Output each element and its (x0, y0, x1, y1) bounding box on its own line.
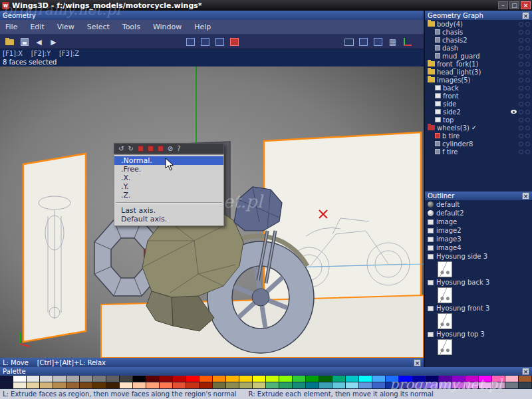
visibility-toggle-icon[interactable] (519, 62, 523, 66)
geometry-item-cylinder8[interactable]: cylinder8 (425, 140, 532, 148)
texture-thumbnail[interactable] (438, 313, 452, 329)
titlebar[interactable]: w Wings3D - f:/wings_models/motorcycle.w… (0, 0, 532, 11)
palette-swatch[interactable] (386, 382, 398, 388)
menu-help[interactable]: Help (193, 22, 212, 32)
outliner-item-hyosung-back-3[interactable]: Hyosung back 3 (425, 278, 532, 287)
palette-swatch[interactable] (133, 382, 146, 388)
help-icon[interactable]: ? (177, 146, 180, 152)
texture-thumbnail[interactable] (438, 261, 452, 277)
lock-toggle-icon[interactable] (525, 142, 530, 146)
palette-swatch[interactable] (226, 382, 239, 388)
palette-swatch[interactable] (426, 382, 438, 388)
palette-swatch[interactable] (0, 376, 13, 382)
menu-file[interactable]: File (4, 22, 19, 32)
palette-swatch[interactable] (186, 376, 199, 382)
geometry-item-f-tire[interactable]: f tire (425, 148, 532, 156)
palette-swatch[interactable] (479, 382, 491, 388)
palette-swatch[interactable] (160, 376, 172, 382)
palette-swatch[interactable] (505, 382, 518, 388)
outliner-header[interactable]: Outliner × (425, 192, 532, 200)
palette-swatch[interactable] (253, 382, 265, 388)
open-file-icon[interactable] (4, 37, 15, 48)
palette-swatch[interactable] (80, 382, 92, 388)
geometry-window-header[interactable]: Geometry (0, 11, 424, 20)
palette-swatch[interactable] (359, 376, 372, 382)
palette-swatch[interactable] (213, 382, 225, 388)
lock-toggle-icon[interactable] (525, 70, 530, 74)
outliner-item-hyosung-top-3[interactable]: Hyosung top 3 (425, 330, 532, 338)
outliner-item-image2[interactable]: image2 (425, 226, 532, 235)
visibility-toggle-icon[interactable] (519, 86, 523, 90)
palette-swatch[interactable] (399, 376, 412, 382)
palette-swatch[interactable] (253, 376, 265, 382)
palette-swatch[interactable] (80, 376, 92, 382)
lock-toggle-icon[interactable] (525, 102, 530, 106)
palette-swatch[interactable] (399, 382, 412, 388)
face-mode-icon[interactable] (214, 37, 225, 48)
lock-toggle-icon[interactable] (525, 62, 530, 66)
geometry-item-front-fork-1-[interactable]: front_fork(1) (425, 60, 532, 68)
body-mode-icon[interactable] (229, 37, 240, 48)
palette-swatch[interactable] (519, 382, 531, 388)
palette-swatch[interactable] (266, 382, 279, 388)
visibility-toggle-icon[interactable] (519, 118, 523, 122)
palette-swatch[interactable] (173, 376, 186, 382)
palette-swatch[interactable] (466, 382, 478, 388)
palette-swatch[interactable] (266, 376, 279, 382)
context-menu-item[interactable]: .Normal. (114, 156, 223, 165)
palette-swatch[interactable] (372, 382, 385, 388)
palette-swatch[interactable] (492, 376, 505, 382)
palette-swatch[interactable] (66, 382, 79, 388)
palette-swatch[interactable] (306, 382, 319, 388)
palette-swatch[interactable] (93, 382, 106, 388)
geometry-item-images-5-[interactable]: images(5) (425, 76, 532, 84)
visibility-toggle-icon[interactable] (519, 142, 523, 146)
lock-toggle-icon[interactable] (525, 134, 530, 138)
geometry-item-back[interactable]: back (425, 84, 532, 92)
palette-swatch[interactable] (452, 376, 465, 382)
palette-swatch[interactable] (492, 382, 505, 388)
palette-swatch[interactable] (412, 376, 425, 382)
visibility-toggle-icon[interactable] (519, 150, 523, 154)
undo-icon[interactable]: ◀ (33, 37, 45, 48)
close-button[interactable]: × (521, 1, 531, 9)
lock-toggle-icon[interactable] (525, 94, 530, 98)
palette-swatch[interactable] (239, 382, 252, 388)
palette-swatch[interactable] (120, 382, 132, 388)
redo-icon[interactable]: ▶ (48, 37, 59, 48)
minimize-button[interactable]: – (498, 1, 508, 9)
palette-swatch[interactable] (27, 382, 39, 388)
context-menu-item[interactable]: Default axis. (114, 215, 223, 223)
eye-icon[interactable] (511, 110, 517, 114)
outliner-item-hyosung-side-3[interactable]: Hyosung side 3 (425, 252, 532, 261)
context-menu-item[interactable]: .Z. (114, 191, 223, 200)
menu-select[interactable]: Select (86, 22, 111, 32)
palette-swatch[interactable] (319, 376, 332, 382)
geometry-item-wheels-3-[interactable]: wheels(3)✓ (425, 124, 532, 132)
geometry-graph-header[interactable]: Geometry Graph × (425, 11, 532, 20)
visibility-toggle-icon[interactable] (519, 102, 523, 106)
palette-swatch[interactable] (279, 382, 292, 388)
visibility-toggle-icon[interactable] (519, 54, 523, 59)
palette-swatch[interactable] (53, 376, 66, 382)
palette-swatch[interactable] (426, 376, 438, 382)
redo-icon[interactable]: ↻ (128, 146, 133, 152)
palette-swatch[interactable] (40, 382, 53, 388)
palette-swatch[interactable] (66, 376, 79, 382)
palette-swatch[interactable] (319, 382, 332, 388)
lock-toggle-icon[interactable] (525, 22, 530, 27)
palette-swatch[interactable] (173, 382, 186, 388)
palette-swatch[interactable] (439, 382, 452, 388)
geometry-item-side2[interactable]: side2 (425, 108, 532, 116)
palette-swatch[interactable] (160, 382, 172, 388)
workmode-icon[interactable] (343, 37, 354, 48)
palette-swatch[interactable] (27, 376, 39, 382)
palette-header[interactable]: Palette × (0, 367, 532, 376)
geometry-item-side[interactable]: side (425, 100, 532, 108)
palette-swatch[interactable] (519, 376, 531, 382)
lock-toggle-icon[interactable] (525, 54, 530, 59)
palette-swatch[interactable] (93, 376, 106, 382)
visibility-toggle-icon[interactable] (519, 126, 523, 130)
close-icon[interactable]: × (522, 368, 529, 375)
palette-swatch[interactable] (346, 382, 358, 388)
